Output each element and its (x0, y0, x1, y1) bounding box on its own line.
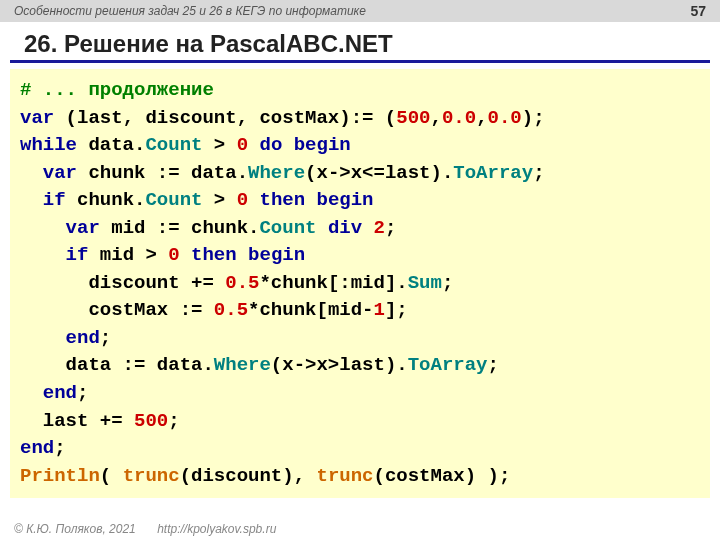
code-block: # ... продолжение var (last, discount, c… (10, 69, 710, 498)
page-number: 57 (690, 3, 706, 19)
slide-title: 26. Решение на PascalABC.NET (10, 22, 710, 63)
footer-url: http://kpolyakov.spb.ru (157, 522, 276, 536)
code-comment: # ... продолжение (20, 79, 214, 101)
header-subject: Особенности решения задач 25 и 26 в КЕГЭ… (14, 4, 366, 18)
footer-copyright: © К.Ю. Поляков, 2021 (14, 522, 136, 536)
slide-header: Особенности решения задач 25 и 26 в КЕГЭ… (0, 0, 720, 22)
slide-footer: © К.Ю. Поляков, 2021 http://kpolyakov.sp… (14, 522, 276, 536)
